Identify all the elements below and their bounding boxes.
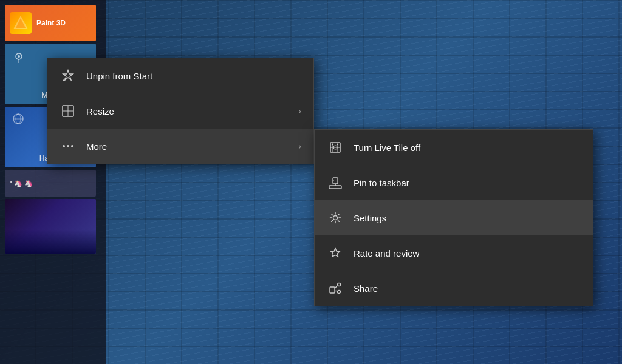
resize-icon <box>60 103 77 120</box>
settings-label: Settings <box>354 213 581 223</box>
svg-line-21 <box>337 144 338 146</box>
tile-small[interactable]: * 🦄 🦄 <box>5 170 96 197</box>
svg-point-12 <box>63 145 65 147</box>
maps-icon <box>12 51 26 67</box>
svg-point-14 <box>71 145 73 147</box>
svg-point-26 <box>333 216 338 220</box>
unpin-label: Unpin from Start <box>86 71 301 81</box>
svg-line-20 <box>332 144 333 146</box>
live-tile-label: Turn Live Tile off <box>354 143 581 153</box>
paint3d-icon <box>10 12 32 34</box>
small-tile-label: * 🦄 🦄 <box>10 180 33 187</box>
live-tile-icon <box>327 139 344 156</box>
svg-line-30 <box>335 286 338 289</box>
settings-icon <box>327 209 344 226</box>
pin-taskbar-icon <box>327 174 344 191</box>
menu-item-rate-review[interactable]: Rate and review <box>315 235 593 271</box>
tile-bottom[interactable] <box>5 199 96 254</box>
share-icon <box>327 280 344 297</box>
menu-item-live-tile[interactable]: Turn Live Tile off <box>315 130 593 165</box>
menu-item-unpin[interactable]: Unpin from Start <box>47 58 313 93</box>
unpin-icon <box>60 67 77 84</box>
more-arrow: › <box>298 141 301 151</box>
pin-taskbar-label: Pin to taskbar <box>354 178 581 188</box>
svg-rect-27 <box>330 287 335 293</box>
share-label: Share <box>354 283 581 294</box>
menu-item-resize[interactable]: Resize › <box>47 93 313 129</box>
svg-point-29 <box>338 291 341 294</box>
menu-item-share[interactable]: Share <box>315 271 593 306</box>
svg-point-3 <box>18 55 20 58</box>
svg-point-28 <box>338 283 341 286</box>
tile-paint3d[interactable]: Paint 3D <box>5 5 96 41</box>
more-label: More <box>86 141 298 152</box>
rate-icon <box>327 244 344 261</box>
resize-label: Resize <box>86 106 298 116</box>
resize-arrow: › <box>298 106 301 116</box>
menu-item-settings[interactable]: Settings <box>315 200 593 235</box>
menu-item-pin-taskbar[interactable]: Pin to taskbar <box>315 165 593 200</box>
svg-rect-22 <box>329 186 341 189</box>
menu-item-more[interactable]: More › <box>47 129 313 164</box>
rate-review-label: Rate and review <box>354 248 581 258</box>
secondary-context-menu: Turn Live Tile off Pin to taskbar Settin… <box>314 129 593 306</box>
svg-point-13 <box>67 145 69 147</box>
tiles-panel: Paint 3D Maps Halifax * 🦄 🦄 <box>0 0 106 364</box>
paint3d-label: Paint 3D <box>36 19 66 27</box>
more-icon <box>60 138 77 155</box>
primary-context-menu: Unpin from Start Resize › More › <box>47 58 314 164</box>
